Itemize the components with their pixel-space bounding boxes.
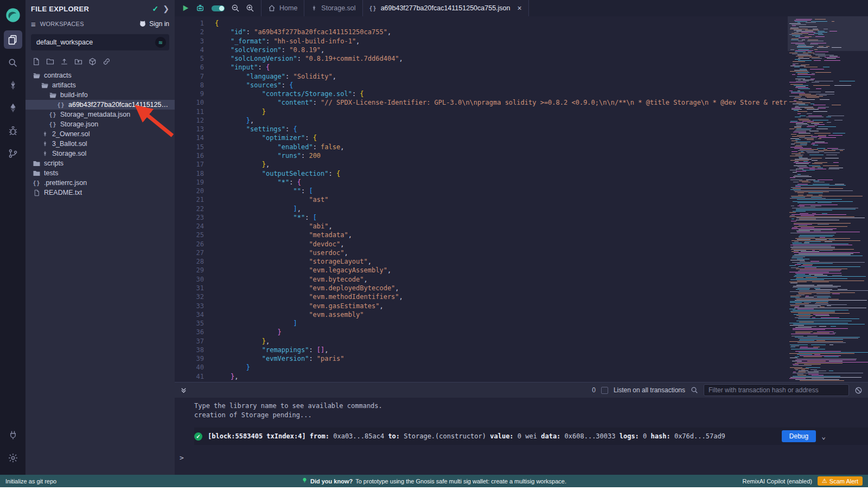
editor-tabs: HomeStorage.sol{}a69b43f277ba20fcac14115… bbox=[261, 0, 529, 16]
sol-icon bbox=[40, 150, 49, 157]
workspaces-label: WORKSPACES bbox=[40, 21, 135, 27]
minimap-viewport[interactable] bbox=[788, 16, 868, 51]
json-icon: {} bbox=[48, 122, 58, 128]
tree-item-label: README.txt bbox=[44, 189, 86, 196]
app-body: FILE EXPLORER ✓ ❯ ≡ WORKSPACES Sign in d… bbox=[0, 0, 868, 475]
activity-item-solidity-compiler[interactable] bbox=[0, 74, 25, 97]
search-icon bbox=[4, 53, 22, 72]
tree-item-2_Owner.sol[interactable]: 2_Owner.sol bbox=[25, 129, 175, 139]
copilot-toggle-icon[interactable] bbox=[211, 4, 225, 12]
tip-text: To prototype using the Gnosis safe multi… bbox=[355, 478, 566, 485]
minimap-content bbox=[788, 19, 868, 381]
tree-item-Storage.json[interactable]: {}Storage.json bbox=[25, 119, 175, 129]
status-bar-right: RemixAI Copilot (enabled) ⚠ Scam Alert bbox=[743, 476, 863, 486]
workspace-name: default_workspace bbox=[36, 39, 155, 46]
activity-item-plugin-manager[interactable] bbox=[0, 424, 25, 447]
upload-folder-icon[interactable] bbox=[74, 58, 82, 66]
success-check-icon: ✓ bbox=[194, 432, 202, 441]
tree-item-label: Storage.sol bbox=[52, 150, 91, 157]
listen-all-transactions-label: Listen on all transactions bbox=[614, 386, 685, 394]
ipfs-icon[interactable] bbox=[88, 58, 97, 66]
tree-item-contracts[interactable]: contracts bbox=[25, 71, 175, 80]
new-file-icon[interactable] bbox=[32, 58, 40, 66]
sign-in-button[interactable]: Sign in bbox=[139, 20, 169, 29]
tab-close-icon[interactable]: × bbox=[518, 4, 522, 12]
tree-item-label: scripts bbox=[44, 160, 68, 167]
settings-icon bbox=[4, 449, 22, 467]
zoom-in-icon[interactable] bbox=[246, 4, 254, 12]
warning-icon: ⚠ bbox=[822, 477, 827, 485]
hamburger-menu-icon[interactable]: ≡ bbox=[31, 20, 36, 29]
search-icon bbox=[691, 386, 698, 394]
editor-area: HomeStorage.sol{}a69b43f277ba20fcac14115… bbox=[175, 0, 868, 475]
copilot-status[interactable]: RemixAI Copilot (enabled) bbox=[743, 478, 812, 485]
link-icon[interactable] bbox=[103, 58, 111, 66]
file-explorer-icon bbox=[4, 30, 22, 49]
upload-file-icon[interactable] bbox=[60, 58, 68, 66]
tab-label: Home bbox=[279, 4, 297, 12]
workspaces-row: ≡ WORKSPACES Sign in bbox=[25, 17, 175, 30]
tree-item-a69b43f277ba20fcac141151250ca755.json[interactable]: {}a69b43f277ba20fcac141151250ca755.json bbox=[25, 100, 175, 110]
tree-item-Storage_metadata.json[interactable]: {}Storage_metadata.json bbox=[25, 110, 175, 119]
listen-all-transactions-checkbox[interactable] bbox=[601, 387, 608, 394]
tree-item-artifacts[interactable]: artifacts bbox=[25, 80, 175, 90]
workspace-selector[interactable]: default_workspace ≋ bbox=[31, 34, 169, 50]
activity-item-debugger[interactable] bbox=[0, 119, 25, 142]
code-editor[interactable]: 1234567891011121314151617181920212223242… bbox=[175, 16, 868, 382]
scam-alert-badge[interactable]: ⚠ Scam Alert bbox=[818, 476, 863, 486]
tree-item-tests[interactable]: tests bbox=[25, 168, 175, 178]
code-lines[interactable]: { "id": "a69b43f277ba20fcac141151250ca75… bbox=[215, 19, 868, 381]
tip-bold-text: Did you know? bbox=[310, 478, 353, 485]
folder-icon bbox=[32, 169, 41, 177]
minimap[interactable] bbox=[788, 16, 868, 382]
activity-item-remix-logo[interactable] bbox=[0, 2, 25, 28]
activity-item-file-explorer[interactable] bbox=[0, 28, 25, 51]
workspace-options-icon[interactable]: ≋ bbox=[155, 37, 166, 48]
editor-actions bbox=[175, 0, 261, 16]
plugin-manager-icon bbox=[4, 426, 22, 444]
tree-item-.prettierrc.json[interactable]: {}.prettierrc.json bbox=[25, 178, 175, 188]
terminal-prompt[interactable]: > bbox=[180, 454, 868, 462]
sol-icon bbox=[40, 131, 49, 137]
folder-icon bbox=[32, 160, 41, 168]
activity-item-deploy-run[interactable] bbox=[0, 97, 25, 119]
ai-copilot-icon[interactable] bbox=[195, 3, 205, 13]
run-script-icon[interactable] bbox=[182, 4, 189, 12]
clear-console-icon[interactable] bbox=[854, 386, 863, 394]
collapse-terminal-icon[interactable] bbox=[180, 387, 187, 394]
terminal-output[interactable]: Type the library name to see available c… bbox=[175, 398, 868, 475]
transaction-log-row[interactable]: ✓ [block:5583405 txIndex:4] from: 0xa03.… bbox=[194, 428, 868, 445]
expand-log-chevron-icon[interactable]: ⌄ bbox=[821, 432, 826, 441]
remix-ide-window: FILE EXPLORER ✓ ❯ ≡ WORKSPACES Sign in d… bbox=[0, 0, 868, 497]
tree-item-label: Storage.json bbox=[60, 120, 103, 128]
debug-button[interactable]: Debug bbox=[782, 430, 816, 442]
transaction-count: 0 bbox=[592, 386, 596, 394]
tree-item-label: contracts bbox=[44, 72, 76, 79]
editor-tab-a69b43f277ba20fcac141151250ca755.json[interactable]: {}a69b43f277ba20fcac141151250ca755.json× bbox=[362, 0, 529, 16]
tree-item-scripts[interactable]: scripts bbox=[25, 158, 175, 168]
tree-item-label: 3_Ballot.sol bbox=[52, 140, 92, 148]
new-folder-icon[interactable] bbox=[46, 58, 54, 66]
tree-item-3_Ballot.sol[interactable]: 3_Ballot.sol bbox=[25, 139, 175, 149]
transaction-filter-input[interactable] bbox=[704, 384, 849, 396]
editor-tab-Home[interactable]: Home bbox=[261, 0, 304, 16]
lightbulb-icon bbox=[302, 477, 308, 485]
zoom-out-icon[interactable] bbox=[231, 4, 240, 12]
did-you-know-tip: Did you know? To prototype using the Gno… bbox=[0, 477, 868, 485]
folder-open-icon bbox=[32, 72, 41, 80]
activity-item-search[interactable] bbox=[0, 51, 25, 74]
git-init-button[interactable]: Initialize as git repo bbox=[5, 478, 56, 485]
tree-item-Storage.sol[interactable]: Storage.sol bbox=[25, 149, 175, 158]
terminal-line: Type the library name to see available c… bbox=[194, 402, 868, 411]
file-explorer-panel: FILE EXPLORER ✓ ❯ ≡ WORKSPACES Sign in d… bbox=[25, 0, 175, 475]
terminal-lines: Type the library name to see available c… bbox=[175, 402, 868, 420]
activity-item-settings[interactable] bbox=[0, 447, 25, 469]
chevron-right-icon[interactable]: ❯ bbox=[163, 4, 169, 13]
tree-item-README.txt[interactable]: README.txt bbox=[25, 188, 175, 197]
terminal-line: creation of Storage pending... bbox=[194, 411, 868, 420]
sign-in-label: Sign in bbox=[149, 20, 169, 28]
activity-item-git[interactable] bbox=[0, 142, 25, 165]
editor-tab-Storage.sol[interactable]: Storage.sol bbox=[304, 0, 362, 16]
debugger-icon bbox=[4, 122, 22, 140]
tree-item-build-info[interactable]: build-info bbox=[25, 90, 175, 100]
